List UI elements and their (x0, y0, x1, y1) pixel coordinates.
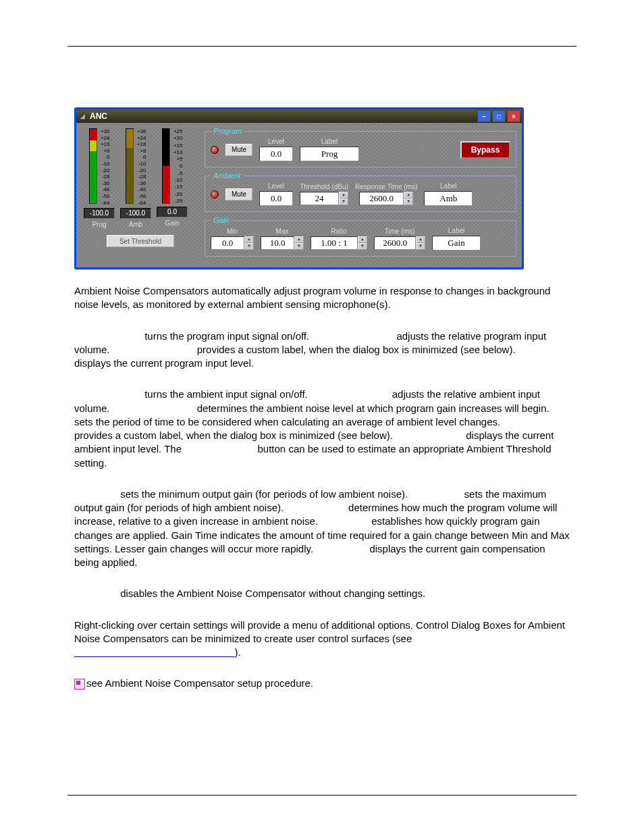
bypass-paragraph: disables the Ambient Noise Compensator w… (74, 587, 570, 600)
program-legend: Program (211, 127, 244, 135)
window-title: ANC (90, 111, 107, 121)
gain-max-spinner[interactable]: 10.0 ▲▼ (261, 236, 304, 250)
program-mute-button[interactable]: Mute (225, 144, 252, 156)
ambient-response-spinner[interactable]: 2600.0 ▲▼ (359, 192, 413, 205)
gain-time-spinner[interactable]: 2600.0 ▲▼ (374, 236, 425, 250)
meter-prog: +36+24+18+80-10-20-28-36-46-56-64 -100.0… (83, 128, 115, 228)
ambient-level-field[interactable]: 0.0 (259, 191, 293, 206)
anc-window: ◢ ANC – □ × +36+24+18+80-10-20-28-36-46-… (74, 107, 524, 269)
meter-amb: +36+24+18+80-10-20-28-36-46-56-64 -100.0… (119, 128, 152, 228)
ambient-label-field[interactable]: Amb (424, 191, 473, 206)
rightclick-paragraph: Right-clicking over certain settings wil… (74, 619, 570, 660)
scale-gain: +25+20+15+10+50-5-10-15-20-25 (171, 128, 183, 205)
gain-max-label: Max (276, 228, 289, 235)
close-button[interactable]: × (507, 110, 520, 122)
program-level-label: Level (268, 138, 284, 145)
minimize-link[interactable] (74, 646, 235, 658)
gain-min-spinner[interactable]: 0.0 ▲▼ (211, 236, 254, 250)
bypass-button[interactable]: Bypass (460, 141, 510, 159)
meter-panel: +36+24+18+80-10-20-28-36-46-56-64 -100.0… (76, 123, 202, 267)
program-level-field[interactable]: 0.0 (259, 147, 293, 161)
ambient-mute-button[interactable]: Mute (225, 188, 252, 201)
gain-group: Gain Min 0.0 ▲▼ Max 10.0 ▲▼ (205, 216, 516, 257)
ambient-response-label: Response Time (ms) (355, 183, 417, 190)
down-arrow-icon: ▼ (339, 199, 348, 205)
program-led-icon (211, 146, 219, 154)
gain-paragraph: sets the minimum output gain (for period… (74, 488, 570, 570)
maximize-button[interactable]: □ (492, 110, 506, 122)
ambient-threshold-label: Threshold (dBu) (300, 183, 348, 190)
title-bar[interactable]: ◢ ANC – □ × (76, 109, 522, 123)
readout-gain: 0.0 (157, 207, 188, 217)
meter-label-prog: Prog (92, 221, 106, 228)
gain-label-field[interactable]: Gain (432, 236, 481, 251)
gain-legend: Gain (211, 216, 232, 224)
meter-gain: +25+20+15+10+50-5-10-15-20-25 0.0 Gain (156, 128, 188, 228)
program-group: Program Mute Level 0.0 Label Prog Bypass (205, 127, 516, 167)
gain-ratio-label: Ratio (331, 228, 346, 235)
up-arrow-icon: ▲ (339, 192, 348, 199)
meter-label-amb: Amb (129, 221, 143, 228)
program-paragraph: turns the program input signal on/off. a… (74, 330, 570, 371)
ambient-threshold-spinner[interactable]: 24 ▲▼ (300, 192, 348, 205)
ambient-group: Ambient Mute Level 0.0 Threshold (dBu) 2… (205, 172, 516, 212)
intro-paragraph: Ambient Noise Compensators automatically… (74, 284, 570, 312)
gain-time-label: Time (ms) (385, 228, 415, 235)
note-icon (74, 679, 85, 689)
program-label-label: Label (321, 138, 338, 145)
gain-ratio-spinner[interactable]: 1.00 : 1 ▲▼ (311, 236, 367, 250)
program-label-field[interactable]: Prog (300, 147, 359, 161)
app-icon: ◢ (78, 112, 87, 120)
meter-label-gain: Gain (165, 219, 179, 227)
readout-amb: -100.0 (120, 208, 151, 219)
ambient-paragraph: turns the ambient input signal on/off. a… (74, 388, 570, 470)
minimize-button[interactable]: – (477, 110, 491, 122)
set-threshold-button[interactable]: Set Threshold (107, 235, 174, 247)
gain-label-label: Label (448, 227, 464, 234)
ambient-level-label: Level (268, 182, 284, 190)
ambient-led-icon (211, 190, 219, 199)
readout-prog: -100.0 (84, 208, 115, 219)
note-paragraph: see Ambient Noise Compensator setup proc… (74, 677, 570, 690)
scale-amb: +36+24+18+80-10-20-28-36-46-56-64 (134, 128, 146, 206)
ambient-legend: Ambient (211, 172, 243, 180)
gain-min-label: Min (227, 228, 238, 235)
ambient-label-label: Label (440, 182, 456, 190)
scale-prog: +36+24+18+80-10-20-28-36-46-56-64 (98, 128, 110, 206)
